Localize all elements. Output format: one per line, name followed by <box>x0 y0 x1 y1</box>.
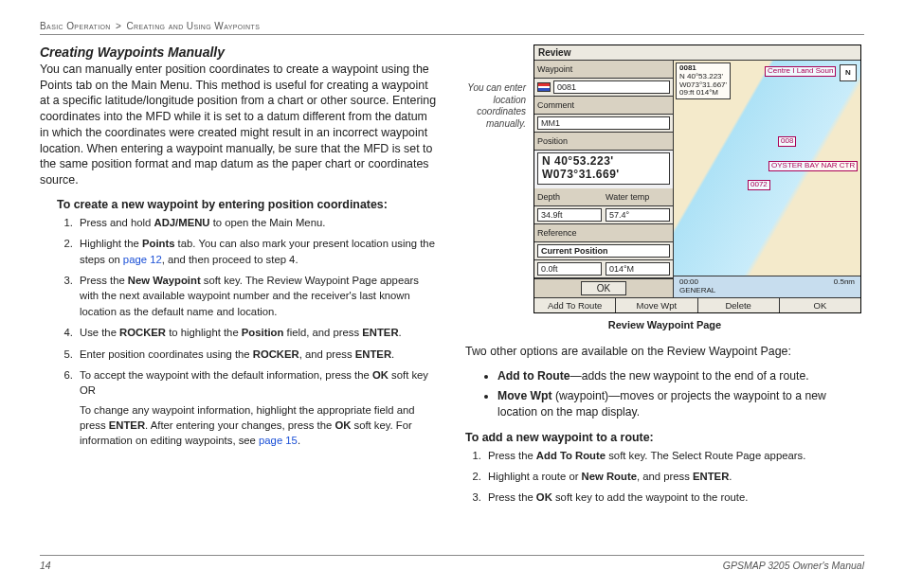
curpos-distance: 0.0ft <box>537 262 602 276</box>
flag-icon <box>537 82 551 92</box>
row-depth-temp-labels: Depth Water temp <box>534 188 673 206</box>
position-field[interactable]: N 40°53.223' W073°31.669' <box>537 152 670 185</box>
current-position-field[interactable]: Current Position <box>537 244 670 258</box>
form-ok-row: OK <box>534 278 673 297</box>
map-footer: 00:00 GENERAL 0.5nm <box>674 276 860 297</box>
map-footer-time: 00:00 <box>679 277 715 286</box>
right-column: You can enter location coordinates manua… <box>465 45 864 515</box>
form-ok-button[interactable]: OK <box>581 281 626 295</box>
other-options-list: Add to Route—adds the new waypoint to th… <box>482 368 864 420</box>
page-number: 14 <box>40 560 51 571</box>
steps-create: Press and hold ADJ/MENU to open the Main… <box>57 215 439 449</box>
curpos-bearing: 014°M <box>606 262 670 276</box>
route-step-3: Press the OK soft key to add the waypoin… <box>484 490 864 505</box>
map-footer-scale: 0.5nm <box>834 277 855 286</box>
figure-callout: You can enter location coordinates manua… <box>465 45 526 130</box>
route-step-1: Press the Add To Route soft key. The Sel… <box>484 448 864 463</box>
breadcrumb-section: Basic Operation <box>40 21 111 31</box>
map-mark-4: 0072 <box>748 180 770 190</box>
row-depth-temp-values: 34.9ft 57.4° <box>534 206 673 224</box>
device-map-panel[interactable]: 0081 N 40°53.223' W073°31.667' 09:ft 014… <box>674 61 860 297</box>
link-page-15[interactable]: page 15 <box>259 435 298 446</box>
softkey-move-wpt[interactable]: Move Wpt <box>616 298 697 312</box>
row-comment-value: MM1 <box>534 115 673 133</box>
step-2: Highlight the Points tab. You can also m… <box>76 236 439 267</box>
device-screenshot: Review Waypoint 0081 Comment MM1 <box>533 45 861 313</box>
comment-field[interactable]: MM1 <box>537 116 670 130</box>
step-1: Press and hold ADJ/MENU to open the Main… <box>76 215 439 230</box>
row-reference-label: Reference <box>534 224 673 242</box>
link-page-12[interactable]: page 12 <box>123 254 162 265</box>
waypoint-id-field[interactable]: 0081 <box>553 80 670 94</box>
map-mark-3: OYSTER BAY NAR CTR <box>768 161 858 171</box>
watertemp-field[interactable]: 57.4° <box>606 208 670 222</box>
route-step-2: Highlight a route or New Route, and pres… <box>484 469 864 484</box>
bullet-add-to-route: Add to Route—adds the new waypoint to th… <box>497 368 864 384</box>
row-waypoint-label: Waypoint <box>534 61 673 79</box>
device-form-panel: Waypoint 0081 Comment MM1 Position <box>534 61 674 297</box>
breadcrumb: Basic Operation > Creating and Using Way… <box>40 21 864 35</box>
row-curpos-values: 0.0ft 014°M <box>534 260 673 278</box>
page-footer: 14 GPSMAP 3205 Owner's Manual <box>40 555 864 571</box>
softkey-add-to-route[interactable]: Add To Route <box>534 298 616 312</box>
step-6: To accept the waypoint with the default … <box>76 367 439 449</box>
bullet-move-wpt: Move Wpt (waypoint)—moves or projects th… <box>497 388 864 420</box>
breadcrumb-subsection: Creating and Using Waypoints <box>126 21 260 31</box>
softkey-ok[interactable]: OK <box>780 298 860 312</box>
row-position-label: Position <box>534 133 673 151</box>
steps-addroute: Press the Add To Route soft key. The Sel… <box>465 448 864 506</box>
map-mark-1: Centre I Land Soun <box>765 66 836 77</box>
row-current-position: Current Position <box>534 242 673 260</box>
map-mark-2: 008 <box>778 136 796 147</box>
position-lon: W073°31.669' <box>542 169 665 182</box>
depth-field[interactable]: 34.9ft <box>537 208 602 222</box>
row-comment-label: Comment <box>534 97 673 115</box>
other-options-intro: Two other options are available on the R… <box>465 344 864 360</box>
softkey-delete[interactable]: Delete <box>698 298 780 312</box>
left-column: Creating Waypoints Manually You can manu… <box>40 45 439 515</box>
map-marks: Centre I Land Soun 008 OYSTER BAY NAR CT… <box>674 61 860 297</box>
breadcrumb-sep: > <box>114 21 123 31</box>
intro-paragraph: You can manually enter position coordina… <box>40 62 439 188</box>
device-titlebar: Review <box>534 45 860 61</box>
watertemp-label: Water temp <box>606 192 670 202</box>
step-4: Use the ROCKER to highlight the Position… <box>76 325 439 340</box>
step-3: Press the New Waypoint soft key. The Rev… <box>76 273 439 319</box>
depth-label: Depth <box>537 192 602 202</box>
procedure-heading-create: To create a new waypoint by entering pos… <box>57 198 439 211</box>
procedure-heading-addroute: To add a new waypoint to a route: <box>465 431 864 444</box>
section-heading: Creating Waypoints Manually <box>40 45 439 60</box>
manual-title: GPSMAP 3205 Owner's Manual <box>723 560 864 571</box>
device-softkeys: Add To Route Move Wpt Delete OK <box>534 297 860 312</box>
row-waypoint-value: 0081 <box>534 79 673 97</box>
figure-caption: Review Waypoint Page <box>465 319 864 330</box>
position-lat: N 40°53.223' <box>542 155 665 169</box>
map-footer-src: GENERAL <box>679 286 715 294</box>
step-5: Enter position coordinates using the ROC… <box>76 347 439 362</box>
